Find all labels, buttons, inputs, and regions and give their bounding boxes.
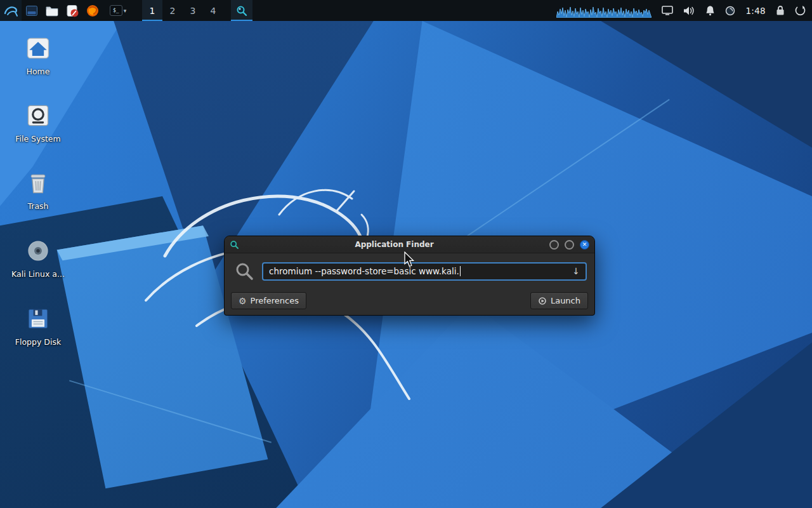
- minimize-button[interactable]: [549, 240, 559, 250]
- desktop-icon-file-system[interactable]: File System: [8, 102, 69, 144]
- preferences-button[interactable]: ⚙ Preferences: [231, 292, 306, 309]
- desktop-icon-home[interactable]: Home: [8, 34, 69, 76]
- orb-icon: [725, 6, 735, 16]
- disc-icon: [24, 237, 52, 265]
- search-input[interactable]: chromium --password-store=basic www.kali…: [262, 262, 587, 281]
- logout-button[interactable]: [795, 5, 806, 16]
- status-orb-tray-button[interactable]: [725, 6, 735, 16]
- power-icon: [795, 5, 806, 16]
- desktop-icon-label: Kali Linux a...: [11, 269, 65, 279]
- launcher-show-desktop[interactable]: [22, 0, 42, 21]
- system-monitor-graph[interactable]: [556, 4, 652, 18]
- app-finder-icon: [235, 4, 248, 17]
- close-button[interactable]: ✕: [580, 240, 589, 250]
- window-buttons: [231, 0, 252, 21]
- arrow-down-icon: ↓: [572, 266, 580, 276]
- history-dropdown-button[interactable]: ↓: [569, 264, 583, 279]
- trash-icon: [24, 169, 52, 197]
- launcher-terminal[interactable]: $_ ▾: [103, 0, 133, 21]
- taskbar-button-application-finder[interactable]: [231, 0, 252, 21]
- monitor-icon: [662, 6, 673, 15]
- terminal-icon: $_: [110, 5, 122, 16]
- desktop-icon-floppy-disk[interactable]: Floppy Disk: [8, 305, 69, 347]
- home-icon: [24, 34, 52, 62]
- lock-icon: [776, 5, 785, 16]
- floppy-icon: [24, 305, 52, 333]
- launch-button[interactable]: Launch: [530, 292, 588, 309]
- desktop-icon-label: Floppy Disk: [15, 337, 61, 347]
- panel-launchers: $_ ▾: [0, 0, 133, 21]
- close-icon: ✕: [582, 242, 587, 248]
- maximize-button[interactable]: [565, 240, 574, 250]
- desktop-icon-label: File System: [15, 134, 61, 144]
- volume-icon: [683, 6, 695, 16]
- app-finder-window-icon: [230, 240, 239, 250]
- file-manager-icon: [45, 4, 59, 18]
- firefox-icon: [86, 4, 100, 18]
- kali-logo-icon: [3, 3, 18, 18]
- workspace-switcher: 1 2 3 4: [142, 0, 223, 21]
- launch-button-label: Launch: [551, 296, 580, 305]
- applications-menu-button[interactable]: [0, 0, 22, 21]
- preferences-button-label: Preferences: [251, 296, 299, 305]
- workspace-4[interactable]: 4: [203, 0, 223, 21]
- mouse-cursor: [403, 251, 415, 268]
- panel-tray: 1:48: [556, 0, 812, 21]
- notifications-tray-button[interactable]: [705, 5, 715, 16]
- bell-icon: [705, 5, 715, 16]
- lock-screen-button[interactable]: [776, 5, 785, 16]
- titlebar[interactable]: Application Finder ✕: [225, 236, 594, 253]
- top-panel: $_ ▾ 1 2 3 4: [0, 0, 812, 21]
- search-input-value: chromium --password-store=basic www.kali…: [269, 266, 459, 276]
- window-controls: ✕: [549, 240, 589, 250]
- application-finder-window: Application Finder ✕ chromium --password…: [224, 236, 595, 316]
- text-editor-icon: [65, 4, 79, 18]
- launcher-text-editor[interactable]: [62, 0, 82, 21]
- dialog-buttons: ⚙ Preferences Launch: [231, 292, 588, 309]
- launcher-file-manager[interactable]: [42, 0, 62, 21]
- search-icon: [235, 262, 254, 281]
- clock[interactable]: 1:48: [745, 6, 766, 16]
- desktop-icon-kali-linux[interactable]: Kali Linux a...: [8, 237, 69, 279]
- window-title: Application Finder: [243, 240, 546, 249]
- text-caret: [460, 266, 461, 276]
- chevron-down-icon[interactable]: ▾: [124, 8, 127, 14]
- volume-tray-button[interactable]: [683, 6, 695, 16]
- desktop-icon-label: Home: [27, 67, 50, 76]
- desktop-icon-trash[interactable]: Trash: [8, 169, 69, 211]
- workspace-2[interactable]: 2: [162, 0, 183, 21]
- launch-icon: [538, 297, 547, 305]
- gear-icon: ⚙: [239, 297, 247, 305]
- launcher-firefox[interactable]: [82, 0, 103, 21]
- display-settings-tray-button[interactable]: [662, 6, 673, 15]
- workspace-1[interactable]: 1: [142, 0, 162, 21]
- window-icon: [25, 4, 38, 17]
- drive-icon: [24, 102, 52, 130]
- workspace-3[interactable]: 3: [183, 0, 203, 21]
- desktop-icon-label: Trash: [27, 201, 48, 211]
